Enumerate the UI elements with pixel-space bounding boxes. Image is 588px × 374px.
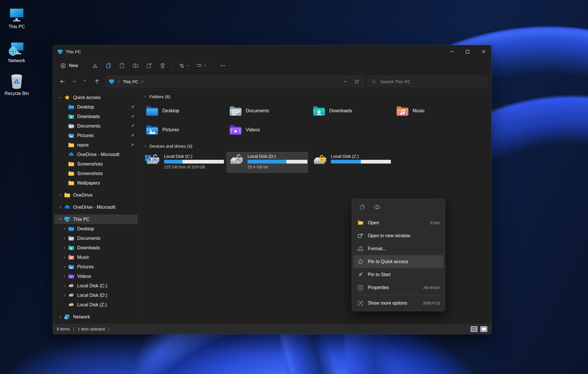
sidebar-item-screenshots[interactable]: Screenshots [54, 169, 138, 178]
disk-free-space: 25.4 GB fre [248, 165, 308, 169]
drive-unlocked-icon [68, 283, 74, 288]
onedrive-icon [68, 152, 74, 157]
address-dropdown-button[interactable] [341, 77, 350, 86]
sidebar-item-onedrive-microsoft[interactable]: OneDrive - Microsoft [54, 150, 138, 159]
share-button[interactable] [142, 60, 155, 71]
drive-tile-local-disk-d[interactable]: Local Disk (D:) 25.4 GB fre [227, 152, 308, 173]
close-button[interactable] [475, 45, 491, 58]
sidebar-item-network[interactable]: Network [54, 312, 138, 322]
folders-section-header[interactable]: Folders (6) [144, 93, 491, 100]
sidebar-item-thispc-videos[interactable]: Videos [54, 272, 138, 281]
sidebar-item-desktop[interactable]: Desktop [54, 102, 138, 112]
desktop-icon-network[interactable]: Network [2, 41, 32, 63]
menu-item-show-more-options[interactable]: Show more options Shift+F10 [353, 297, 444, 310]
sidebar-item-wallpapers[interactable]: Wallpapers [54, 178, 138, 188]
file-pane[interactable]: Folders (6) Desktop Documents Downloads [139, 90, 491, 324]
desktop-icon-this-pc[interactable]: This PC [2, 7, 32, 29]
sidebar-item-quick-access[interactable]: Quick access [54, 93, 138, 102]
refresh-button[interactable] [352, 77, 361, 86]
sidebar-item-screenshots[interactable]: Screenshots [54, 159, 138, 169]
sidebar-item-thispc-downloads[interactable]: Downloads [54, 243, 138, 253]
address-box[interactable]: This PC [105, 76, 365, 87]
folder-tile-desktop[interactable]: Desktop [143, 102, 224, 119]
sidebar-item-thispc-music[interactable]: Music [54, 253, 138, 262]
this-pc-icon [64, 217, 70, 222]
sidebar-item-repos[interactable]: repos [54, 140, 138, 150]
new-button[interactable]: New [56, 60, 82, 71]
cut-icon [92, 62, 98, 69]
menu-item-format[interactable]: Format... [353, 242, 444, 255]
menu-item-open-in-new-window[interactable]: Open in new window [353, 229, 444, 242]
pin-icon [357, 272, 364, 278]
menu-item-properties[interactable]: Properties Alt+Enter [353, 281, 444, 294]
file-explorer-window: This PC New [53, 45, 492, 334]
folder-icon [68, 161, 74, 167]
back-icon [60, 79, 65, 84]
sidebar-item-thispc-pictures[interactable]: Pictures [54, 262, 138, 272]
cut-button[interactable] [88, 60, 101, 71]
chevron-down-icon [203, 64, 207, 67]
desktop-wallpaper[interactable]: { "desktop": { "icons": [ {"label": "Thi… [0, 0, 588, 374]
folder-tile-videos[interactable]: Videos [227, 121, 308, 138]
toolbar-separator [172, 62, 172, 69]
drives-section-header[interactable]: Devices and drives (3) [144, 142, 491, 150]
search-box [368, 76, 487, 87]
recent-locations-button[interactable] [80, 76, 91, 87]
rename-button[interactable] [129, 60, 142, 71]
folder-tile-pictures[interactable]: Pictures [143, 121, 224, 138]
forward-button[interactable] [68, 76, 79, 87]
disk-usage-bar [248, 160, 307, 164]
folder-tile-music[interactable]: Music [393, 102, 475, 119]
copy-button[interactable] [102, 60, 115, 71]
sidebar-item-onedrive-microsoft-root[interactable]: OneDrive - Microsoft [54, 202, 138, 212]
desktop-icon-label: Recycle Bin [5, 91, 29, 96]
star-icon [357, 259, 364, 265]
chevron-right-icon [63, 265, 66, 269]
copy-button[interactable] [356, 202, 368, 212]
sidebar-item-thispc-desktop[interactable]: Desktop [54, 224, 138, 233]
sidebar-item-local-disk-z[interactable]: Local Disk (Z:) [54, 300, 138, 310]
folder-music-icon [68, 255, 74, 260]
drive-tile-local-disk-c[interactable]: Local Disk (C:) 225 GB free of 329 GB [143, 152, 224, 173]
delete-button[interactable] [156, 60, 169, 71]
details-view-button[interactable] [470, 326, 478, 333]
sidebar-item-local-disk-c[interactable]: Local Disk (C:) [54, 281, 138, 291]
sidebar-item-this-pc[interactable]: This PC [54, 214, 138, 224]
sidebar-item-downloads[interactable]: Downloads [54, 112, 138, 121]
sort-button[interactable] [176, 60, 192, 71]
context-menu: Open Enter Open in new window Format... … [352, 199, 445, 311]
large-icons-view-icon [480, 326, 488, 332]
folder-tile-downloads[interactable]: Downloads [310, 102, 391, 119]
menu-item-pin-to-quick-access[interactable]: Pin to Quick access [353, 255, 444, 268]
folder-tile-documents[interactable]: Documents [227, 102, 308, 119]
search-input[interactable] [380, 79, 483, 84]
drive-tile-local-disk-z[interactable]: Local Disk (Z:) [310, 152, 391, 173]
menu-item-open[interactable]: Open Enter [353, 216, 444, 229]
rename-button[interactable] [371, 202, 383, 212]
title-bar[interactable]: This PC [53, 45, 491, 58]
see-more-button[interactable] [216, 60, 229, 71]
folder-pictures-icon [68, 133, 74, 138]
maximize-button[interactable] [460, 45, 475, 58]
up-button[interactable] [92, 76, 102, 87]
large-icons-view-button[interactable] [480, 326, 488, 333]
minimize-button[interactable] [444, 45, 460, 58]
sidebar-item-thispc-documents[interactable]: Documents [54, 233, 138, 243]
view-button[interactable] [193, 60, 210, 71]
sidebar-item-onedrive[interactable]: OneDrive [54, 190, 138, 200]
menu-item-pin-to-start[interactable]: Pin to Start [353, 268, 444, 281]
paste-button[interactable] [115, 60, 128, 71]
chevron-down-icon [83, 79, 88, 84]
folder-icon [64, 192, 70, 198]
sidebar-item-pictures[interactable]: Pictures [54, 131, 138, 140]
folder-documents-icon [229, 106, 242, 116]
toolbar-separator [213, 62, 213, 69]
sidebar-item-local-disk-d[interactable]: Local Disk (D:) [54, 291, 138, 300]
breadcrumb-this-pc[interactable]: This PC [123, 79, 138, 84]
folder-icon [68, 171, 74, 176]
command-toolbar: New [53, 58, 491, 73]
address-bar: This PC [53, 73, 491, 90]
back-button[interactable] [57, 76, 68, 87]
desktop-icon-recycle-bin[interactable]: Recycle Bin [2, 73, 32, 96]
sidebar-item-documents[interactable]: Documents [54, 121, 138, 131]
